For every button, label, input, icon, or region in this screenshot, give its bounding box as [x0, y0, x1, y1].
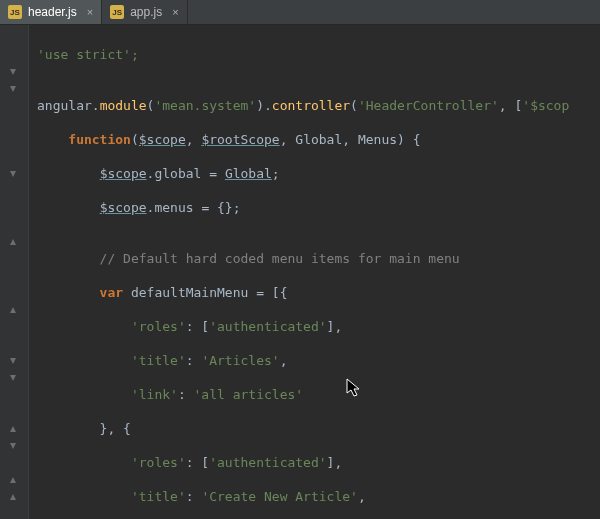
fold-marker-icon[interactable]	[6, 439, 20, 453]
code-line[interactable]: 'link': 'all articles'	[33, 386, 600, 403]
fold-marker-icon[interactable]	[6, 65, 20, 79]
fold-marker-icon[interactable]	[6, 167, 20, 181]
code-area[interactable]: 'use strict'; angular.module('mean.syste…	[29, 25, 600, 519]
code-line[interactable]: 'roles': ['authenticated'],	[33, 318, 600, 335]
tab-label: header.js	[28, 5, 77, 19]
svg-marker-6	[10, 375, 16, 381]
fold-marker-icon[interactable]	[6, 490, 20, 504]
svg-marker-10	[10, 494, 16, 500]
fold-marker-icon[interactable]	[6, 303, 20, 317]
code-line[interactable]: angular.module('mean.system').controller…	[33, 97, 600, 114]
fold-marker-icon[interactable]	[6, 422, 20, 436]
code-line[interactable]: // Default hard coded menu items for mai…	[33, 250, 600, 267]
code-line[interactable]: var defaultMainMenu = [{	[33, 284, 600, 301]
fold-marker-icon[interactable]	[6, 82, 20, 96]
close-tab-icon[interactable]: ×	[172, 6, 178, 18]
svg-marker-2	[10, 171, 16, 177]
svg-marker-0	[10, 69, 16, 75]
svg-marker-4	[10, 307, 16, 313]
close-tab-icon[interactable]: ×	[87, 6, 93, 18]
svg-marker-1	[10, 86, 16, 92]
code-line[interactable]: 'title': 'Articles',	[33, 352, 600, 369]
fold-marker-icon[interactable]	[6, 354, 20, 368]
code-line[interactable]: 'roles': ['authenticated'],	[33, 454, 600, 471]
svg-marker-3	[10, 239, 16, 245]
js-file-icon: JS	[110, 5, 124, 19]
svg-marker-5	[10, 358, 16, 364]
svg-marker-9	[10, 477, 16, 483]
code-line[interactable]: }, {	[33, 420, 600, 437]
tab-header-js[interactable]: JS header.js ×	[0, 0, 102, 24]
tab-label: app.js	[130, 5, 162, 19]
svg-marker-8	[10, 443, 16, 449]
code-line[interactable]: $scope.menus = {};	[33, 199, 600, 216]
code-line[interactable]: 'title': 'Create New Article',	[33, 488, 600, 505]
code-line[interactable]: function($scope, $rootScope, Global, Men…	[33, 131, 600, 148]
fold-marker-icon[interactable]	[6, 371, 20, 385]
code-line[interactable]: 'use strict';	[33, 46, 600, 63]
code-editor[interactable]: 'use strict'; angular.module('mean.syste…	[0, 25, 600, 519]
js-file-icon: JS	[8, 5, 22, 19]
gutter[interactable]	[0, 25, 29, 519]
tab-bar: JS header.js × JS app.js ×	[0, 0, 600, 25]
fold-marker-icon[interactable]	[6, 473, 20, 487]
svg-marker-7	[10, 426, 16, 432]
tab-app-js[interactable]: JS app.js ×	[102, 0, 187, 24]
code-line[interactable]: $scope.global = Global;	[33, 165, 600, 182]
fold-marker-icon[interactable]	[6, 235, 20, 249]
